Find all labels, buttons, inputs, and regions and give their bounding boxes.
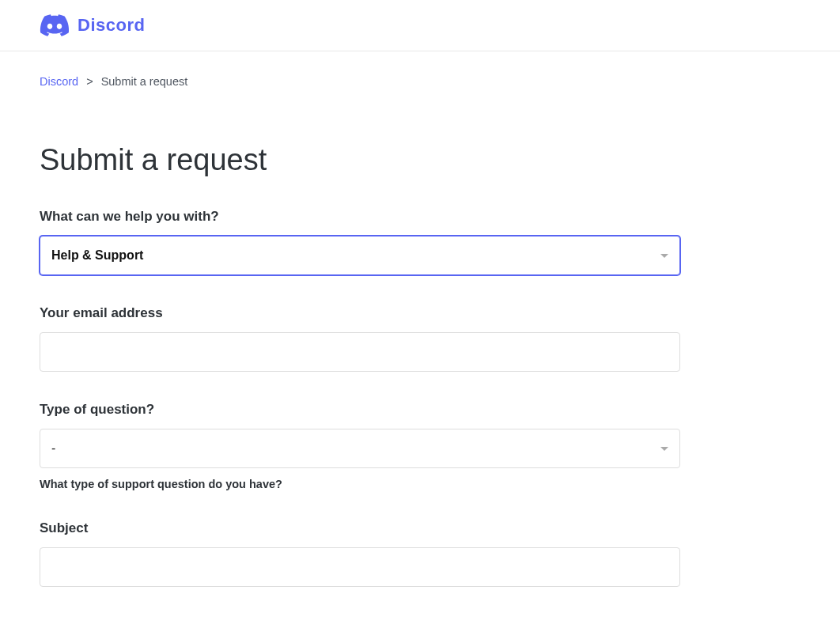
- subject-field[interactable]: [40, 547, 680, 587]
- email-label: Your email address: [40, 305, 680, 321]
- logo[interactable]: Discord: [40, 14, 145, 36]
- help-with-value: Help & Support: [51, 248, 143, 263]
- help-with-label: What can we help you with?: [40, 209, 680, 225]
- breadcrumb: Discord > Submit a request: [40, 51, 680, 112]
- page-title: Submit a request: [40, 143, 680, 177]
- subject-field-group: Subject: [40, 520, 680, 587]
- main-container: Discord > Submit a request Submit a requ…: [0, 51, 720, 587]
- help-with-select[interactable]: Help & Support: [40, 236, 680, 275]
- question-type-field: Type of question? - What type of support…: [40, 402, 680, 490]
- email-field-group: Your email address: [40, 305, 680, 372]
- subject-label: Subject: [40, 520, 680, 536]
- discord-icon: [40, 14, 70, 36]
- breadcrumb-current: Submit a request: [101, 75, 188, 88]
- question-type-select[interactable]: -: [40, 429, 680, 468]
- breadcrumb-home-link[interactable]: Discord: [40, 75, 78, 88]
- chevron-down-icon: [660, 254, 668, 258]
- breadcrumb-separator: >: [86, 75, 93, 88]
- question-type-hint: What type of support question do you hav…: [40, 478, 680, 490]
- help-with-field: What can we help you with? Help & Suppor…: [40, 209, 680, 275]
- chevron-down-icon: [660, 447, 668, 451]
- logo-text: Discord: [78, 15, 145, 36]
- question-type-value: -: [51, 441, 55, 456]
- site-header: Discord: [0, 0, 840, 51]
- question-type-label: Type of question?: [40, 402, 680, 418]
- email-field[interactable]: [40, 332, 680, 372]
